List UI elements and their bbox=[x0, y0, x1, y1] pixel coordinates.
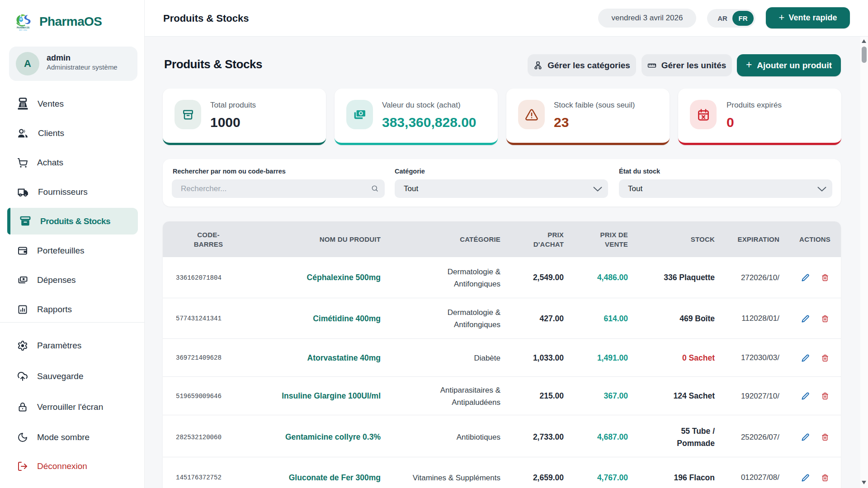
svg-text:PHARMA OS: PHARMA OS bbox=[17, 27, 29, 29]
svg-text:EST • 1910: EST • 1910 bbox=[19, 29, 27, 31]
